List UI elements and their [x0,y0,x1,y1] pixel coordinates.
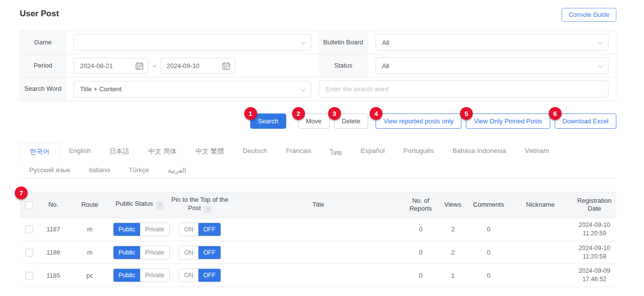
actions-row: 1 Search 2 Move 3 Delete 4 View reported… [20,113,616,129]
nickname-header: Nickname [508,192,572,218]
no-header: No. [38,192,68,218]
post-nickname [508,241,572,264]
step-badge-2: 2 [292,107,305,120]
tab-russian[interactable]: Русский язык [20,162,79,179]
public-button[interactable]: Public [114,246,140,259]
post-title[interactable] [232,264,405,287]
view-reported-posts-button[interactable]: View reported posts only [376,113,461,129]
private-button[interactable]: Private [140,223,169,236]
bulletin-board-select-value: All [382,39,389,46]
language-tabs: 한국어 English 日本語 中文 简体 中文 繁體 Deutsch Fran… [20,143,616,179]
tab-indonesian[interactable]: Bahasa Indonesia [443,143,515,162]
post-no: 1185 [38,264,68,287]
pin-off-button[interactable]: OFF [198,269,221,282]
post-reports: 0 [405,264,437,287]
period-from-input[interactable]: 2024-08-21 [74,58,149,74]
tab-thai[interactable]: ไทย [321,143,351,162]
status-cell: All [368,54,616,77]
period-separator: ~ [152,62,156,70]
calendar-icon[interactable] [135,62,144,70]
post-no: 1187 [38,218,68,241]
public-button[interactable]: Public [114,269,140,282]
help-icon[interactable]: ? [203,206,212,214]
pin-on-button[interactable]: ON [179,246,198,259]
chevron-down-icon [301,86,306,91]
pin-off-button[interactable]: OFF [198,246,221,259]
public-status-header: Public Status? [112,192,168,218]
tab-english[interactable]: English [60,143,100,162]
period-label: Period [20,54,66,77]
post-reports: 0 [405,218,437,241]
help-icon[interactable]: ? [155,201,164,210]
posts-table: No. Route Public Status? Pin to the Top … [20,192,616,287]
filter-row-search-word: Search Word Title + Content [20,77,616,101]
posts-table-wrap: 7 No. Route Public Status? Pin to the To… [20,192,616,287]
pin-off-button[interactable]: OFF [198,223,221,236]
search-word-input[interactable] [319,80,608,98]
row-checkbox[interactable] [25,272,33,280]
view-pinned-posts-button[interactable]: View Only Pinned Posts [466,113,550,129]
filter-row-game: Game Bulletin Board All [20,31,616,54]
select-all-checkbox[interactable] [25,201,33,209]
tab-spanish[interactable]: Español [351,143,394,162]
post-views: 1 [437,264,469,287]
status-label: Status [319,54,368,77]
period-to-value: 2024-09-10 [167,62,200,70]
step-badge-4: 4 [370,107,382,120]
search-type-select-value: Title + Content [80,85,121,93]
filter-row-period: Period 2024-08-21 ~ 2024-09-10 Status [20,54,616,77]
private-button[interactable]: Private [140,246,169,259]
download-excel-button-wrap: 6 Download Excel [555,113,616,129]
title-header: Title [232,192,405,218]
post-reg-date: 2024-09-0917:46:52 [574,267,615,284]
reg-date-header: Registration Date [572,192,616,218]
period-from-value: 2024-08-21 [80,62,113,70]
game-select[interactable] [74,34,311,51]
status-select[interactable]: All [376,57,608,74]
tab-portuguese[interactable]: Português [394,143,444,162]
route-header: Route [68,192,112,218]
public-status-toggle: PublicPrivate [113,246,170,259]
tab-japanese[interactable]: 日本語 [100,143,139,162]
download-excel-button[interactable]: Download Excel [555,113,616,129]
pin-toggle: ONOFF [179,268,221,282]
tab-italian[interactable]: italiano [79,162,119,179]
calendar-icon[interactable] [222,62,230,70]
tab-arabic[interactable]: العربية [158,162,195,179]
row-checkbox[interactable] [25,225,33,233]
public-button[interactable]: Public [114,223,140,236]
console-guide-button[interactable]: Console Guide [562,8,616,22]
pin-on-button[interactable]: ON [179,223,198,236]
search-type-select[interactable]: Title + Content [74,81,311,98]
post-title[interactable] [232,218,405,241]
table-row: 1185 pc PublicPrivate ONOFF 0 1 0 2024-0… [20,264,616,287]
post-views: 2 [437,241,469,264]
post-route: m [68,218,112,241]
table-header-row: No. Route Public Status? Pin to the Top … [20,192,616,218]
period-cell: 2024-08-21 ~ 2024-09-10 [66,54,319,77]
search-button-wrap: 1 Search [250,113,286,129]
post-title[interactable] [232,241,405,264]
private-button[interactable]: Private [140,269,169,282]
period-to-input[interactable]: 2024-09-10 [160,58,235,74]
tab-turkish[interactable]: Türkçe [119,162,158,179]
public-status-toggle: PublicPrivate [113,222,170,236]
move-button-wrap: 2 Move [298,113,330,129]
bulletin-board-select[interactable]: All [376,34,608,51]
tab-korean[interactable]: 한국어 [20,143,60,162]
tab-vietnamese[interactable]: Vietnam [515,143,558,162]
row-checkbox[interactable] [25,249,33,257]
post-reg-date: 2024-09-1011:20:59 [574,244,615,261]
step-badge-1: 1 [244,107,257,120]
game-label: Game [20,31,66,54]
post-comments: 0 [469,218,508,241]
tab-french[interactable]: Francais [276,143,321,162]
tab-chinese-simplified[interactable]: 中文 简体 [139,143,186,162]
post-comments: 0 [469,264,508,287]
page-title: User Post [20,8,616,19]
pin-on-button[interactable]: ON [179,269,198,282]
tab-german[interactable]: Deutsch [233,143,277,162]
game-cell [66,31,319,54]
tab-chinese-traditional[interactable]: 中文 繁體 [186,143,233,162]
search-word-cell: Title + Content [66,77,616,101]
